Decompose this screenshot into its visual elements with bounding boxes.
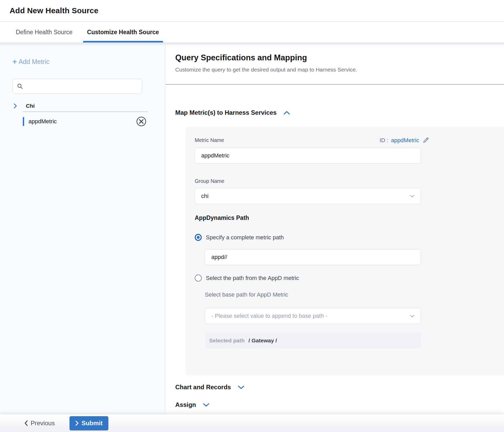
- metric-id-label: ID :: [380, 137, 388, 144]
- submit-button[interactable]: Submit: [69, 416, 108, 430]
- content-area: + Add Metric Chi appdMetric: [0, 42, 504, 414]
- appdynamics-path-heading: AppDynamics Path: [195, 214, 504, 221]
- tab-define-health-source[interactable]: Define Health Source: [14, 22, 75, 42]
- selected-path-box: Selected path / Gateway /: [205, 333, 421, 348]
- tab-bar: Define Health Source Customize Health So…: [0, 22, 504, 42]
- radio-select-path-from-appd[interactable]: Select the path from the AppD metric: [195, 275, 504, 282]
- previous-label: Previous: [31, 420, 55, 427]
- add-metric-label: Add Metric: [19, 58, 50, 66]
- chevron-left-icon: [24, 420, 28, 426]
- metric-id-group: ID : appdMetric: [380, 137, 429, 144]
- chevron-right-icon: [13, 103, 17, 109]
- chevron-down-icon: [238, 385, 244, 389]
- selected-path-label: Selected path: [209, 337, 245, 344]
- dialog-header: Add New Health Source: [0, 0, 504, 22]
- chevron-up-icon: [283, 111, 290, 115]
- sidebar-item-appdmetric[interactable]: appdMetric: [23, 115, 149, 128]
- metric-mapping-card: Metric Name ID : appdMetric Group Name c…: [186, 127, 504, 375]
- base-path-label: Select base path for AppD Metric: [205, 291, 504, 298]
- section-heading-label: Assign: [175, 401, 196, 408]
- metric-name-input[interactable]: [195, 148, 421, 164]
- selected-path-value: / Gateway /: [249, 337, 277, 344]
- panel-title: Query Specifications and Mapping: [175, 53, 504, 62]
- tab-label: Define Health Source: [16, 29, 73, 36]
- plus-icon: +: [12, 58, 17, 66]
- group-name-select[interactable]: chi: [195, 188, 421, 204]
- group-name-label: Group Name: [195, 178, 504, 184]
- chevron-right-icon: [75, 420, 79, 426]
- group-name-value: chi: [201, 193, 208, 199]
- selected-indicator-bar: [23, 117, 24, 126]
- tab-customize-health-source[interactable]: Customize Health Source: [85, 22, 161, 42]
- radio-label: Specify a complete metric path: [206, 234, 284, 241]
- map-metrics-section-heading: Map Metric(s) to Harness Services: [175, 109, 504, 116]
- radio-unselected-icon[interactable]: [195, 275, 202, 282]
- query-spec-panel: Query Specifications and Mapping Customi…: [165, 42, 504, 414]
- footer-bar: Previous Submit: [0, 414, 504, 432]
- search-input[interactable]: [26, 83, 138, 89]
- submit-label: Submit: [81, 420, 102, 427]
- metric-name-label: Metric Name: [195, 137, 224, 143]
- base-path-select[interactable]: - Please select value to append to base …: [205, 308, 421, 324]
- panel-subtitle: Customize the query to get the desired o…: [175, 67, 504, 73]
- chevron-down-icon: [410, 195, 415, 198]
- expand-section-button[interactable]: [202, 402, 211, 408]
- page-title: Add New Health Source: [10, 6, 99, 15]
- previous-button[interactable]: Previous: [24, 420, 55, 427]
- assign-section-heading: Assign: [175, 401, 504, 408]
- search-icon: [17, 83, 23, 89]
- chart-and-records-section-heading: Chart and Records: [175, 384, 504, 391]
- sidebar-divider: [23, 112, 148, 112]
- base-path-placeholder: - Please select value to append to base …: [211, 313, 327, 319]
- section-heading-label: Chart and Records: [175, 384, 231, 391]
- pencil-icon: [422, 137, 429, 144]
- metric-search-box: [12, 79, 142, 94]
- metric-id-value: appdMetric: [391, 137, 419, 144]
- metrics-sidebar: + Add Metric Chi appdMetric: [0, 42, 165, 414]
- radio-complete-metric-path[interactable]: Specify a complete metric path: [195, 234, 504, 241]
- remove-metric-icon[interactable]: [136, 116, 147, 127]
- metric-path-input[interactable]: [205, 249, 421, 265]
- panel-divider: [165, 84, 504, 85]
- group-label: Chi: [26, 103, 35, 109]
- radio-label: Select the path from the AppD metric: [206, 275, 299, 282]
- chevron-down-icon: [203, 403, 209, 407]
- section-heading-label: Map Metric(s) to Harness Services: [175, 109, 277, 116]
- radio-selected-icon[interactable]: [195, 234, 202, 241]
- metric-item-label: appdMetric: [29, 118, 136, 125]
- collapse-section-button[interactable]: [282, 110, 291, 116]
- metric-name-row: Metric Name ID : appdMetric: [195, 137, 429, 144]
- sidebar-group-chi[interactable]: Chi: [0, 101, 165, 111]
- tab-label: Customize Health Source: [87, 29, 159, 36]
- edit-id-button[interactable]: [422, 137, 429, 144]
- chevron-down-icon: [410, 315, 415, 318]
- add-metric-button[interactable]: + Add Metric: [12, 58, 50, 66]
- expand-section-button[interactable]: [237, 384, 246, 390]
